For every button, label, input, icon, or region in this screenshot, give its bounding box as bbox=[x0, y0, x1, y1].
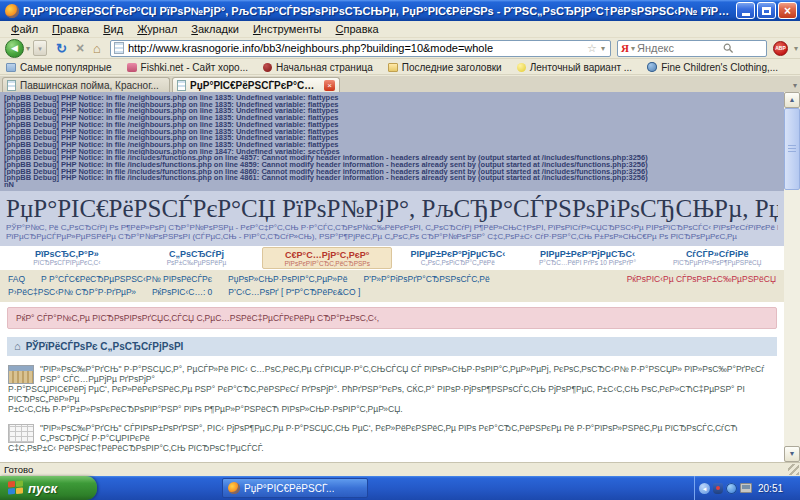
close-button[interactable]: × bbox=[778, 2, 797, 19]
menu-item[interactable]: Файл bbox=[4, 22, 45, 36]
search-input[interactable] bbox=[637, 42, 723, 54]
bookmark-label: Самые популярные bbox=[20, 62, 112, 73]
bookmark-label: Последние заголовки bbox=[402, 62, 502, 73]
forum-menu-link[interactable]: Р›РёС‡РЅС‹Р№ СЂР°Р·РґРµР» bbox=[8, 287, 136, 297]
maximize-button[interactable] bbox=[757, 2, 776, 19]
menu-item[interactable]: Журнал bbox=[130, 22, 184, 36]
forum-menu-link[interactable]: РџРѕР»СЊР·РѕРІР°С‚РµР»Рё bbox=[228, 274, 347, 284]
page-header: РџР°РІС€РёРЅСЃРєР°СЏ РїРѕР№РјР°, РљСЂР°С… bbox=[0, 191, 784, 246]
folder-icon bbox=[388, 63, 398, 72]
tab-label: РџР°РІС€РёРЅСЃРєР°СЏ РїРѕР№РјР° ... bbox=[190, 80, 321, 91]
back-button[interactable]: ◀ bbox=[5, 39, 24, 58]
thumb-grip bbox=[788, 145, 796, 146]
url-dropdown-icon[interactable]: ▾ bbox=[601, 44, 605, 53]
home-icon: ⌂ bbox=[14, 341, 21, 351]
site-nav-tab-title: РїРѕСЂС‚Р°Р» bbox=[3, 249, 131, 259]
menu-item[interactable]: Закладки bbox=[184, 22, 246, 36]
tab-list-caret-icon[interactable]: ▾ bbox=[793, 81, 797, 90]
site-nav-tab-title: РІРµР±РєР°РјРµСЂС‹ bbox=[394, 249, 522, 259]
bookmark-star-icon[interactable]: ☆ bbox=[587, 42, 597, 55]
network-tray-icon[interactable] bbox=[726, 483, 737, 494]
firefox-icon bbox=[5, 4, 19, 18]
menu-item[interactable]: Справка bbox=[329, 22, 386, 36]
site-nav-tab-title: С€Р°С…РјР°С‚РєР° bbox=[263, 250, 391, 260]
scroll-up-button[interactable]: ▲ bbox=[784, 92, 800, 108]
menu-item[interactable]: Инструменты bbox=[246, 22, 329, 36]
magnifier-icon[interactable] bbox=[723, 43, 734, 54]
start-label: пуск bbox=[28, 481, 57, 496]
debug-line: nN bbox=[4, 182, 780, 189]
yandex-icon[interactable]: Я bbox=[621, 42, 629, 54]
debug-line: [phpBB Debug] PHP Notice: in file /neigh… bbox=[4, 95, 780, 102]
site-nav-tab-subtitle: Р°СЂС…РёРІ РґРѕ 10 РіРѕРґР° bbox=[524, 259, 652, 267]
site-nav-tab[interactable]: РІРµР±РєР°РјРµСЂС‹Р°СЂС…РёРІ РґРѕ 10 РіР… bbox=[524, 247, 652, 269]
site-nav-tab-subtitle: РѕР±С‰РµРЅРёРµ bbox=[133, 259, 261, 267]
forum-menu-link[interactable]: РќРѕРІС‹С…: 0 bbox=[152, 287, 212, 297]
search-engine-caret-icon[interactable]: ▾ bbox=[631, 44, 635, 53]
bookmark-item[interactable]: Fishki.net - Сайт хоро... bbox=[127, 62, 248, 73]
site-nav-tab[interactable]: С€Р°С…РјР°С‚РєР°РїРѕРєРІР°СЂС‚РёСЂРЅРѕ bbox=[262, 247, 392, 269]
back-history-caret-icon[interactable]: ▾ bbox=[26, 44, 30, 53]
forum-menu-link[interactable]: Р’Р»Р°РіРѕРґР°СЂРЅРѕСЃС‚Рё bbox=[363, 274, 489, 284]
site-nav-tab[interactable]: СѓСЃР»СѓРіРёРїСЂРµРґР»РѕР¶РµРЅРёСЏ bbox=[653, 247, 781, 269]
forum-menu-link[interactable]: Р Р°СЃС€РёСЂРµРЅРЅС‹Р№ РїРѕРёСЃРє bbox=[41, 274, 212, 284]
antivirus-tray-icon[interactable] bbox=[713, 483, 723, 494]
start-button[interactable]: пуск bbox=[0, 476, 97, 500]
site-nav-tab-title: СѓСЃР»СѓРіРё bbox=[653, 249, 781, 259]
bookmark-label: Начальная страница bbox=[276, 62, 373, 73]
new-messages-link[interactable]: РќРѕРІС‹Рµ СЃРѕРѕР±С‰РµРЅРёСЏ bbox=[627, 274, 776, 284]
bookmarks-bar: Самые популярныеFishki.net - Сайт хоро..… bbox=[0, 60, 800, 75]
hide-icons-chevron[interactable]: ◂ bbox=[699, 483, 710, 494]
browser-tab[interactable]: РџР°РІС€РёРЅСЃРєР°СЏ РїРѕР№РјР° ...× bbox=[172, 77, 340, 92]
debug-line: [phpBB Debug] PHP Notice: in file /neigh… bbox=[4, 102, 780, 109]
bookmark-item[interactable]: Самые популярные bbox=[6, 62, 112, 73]
windows-logo-icon bbox=[8, 480, 23, 495]
stop-button[interactable]: × bbox=[76, 41, 84, 55]
site-nav-tab[interactable]: С„РѕСЂСѓРјРѕР±С‰РµРЅРёРµ bbox=[133, 247, 261, 269]
home-button[interactable]: ⌂ bbox=[93, 42, 101, 55]
bookmark-label: Fishki.net - Сайт хоро... bbox=[141, 62, 248, 73]
phpbb-debug-block: [phpBB Debug] PHP Notice: in file /neigh… bbox=[0, 92, 784, 191]
scrollbar-thumb[interactable] bbox=[784, 108, 800, 190]
forum-index-link[interactable]: РЎРїРёСЃРѕРє С„РѕСЂСѓРјРѕРІ bbox=[26, 341, 184, 352]
url-input[interactable] bbox=[128, 42, 585, 54]
refresh-button[interactable]: ↻ bbox=[56, 42, 67, 55]
search-box[interactable]: Я ▾ bbox=[617, 40, 767, 57]
debug-line: [phpBB Debug] PHP Notice: in file /neigh… bbox=[4, 115, 780, 122]
debug-line: [phpBB Debug] PHP Notice: in file /inclu… bbox=[4, 169, 780, 176]
menu-bar: ФайлПравкаВидЖурналЗакладкиИнструментыСп… bbox=[0, 21, 800, 38]
browser-window: РџР°РІС€РёРЅСЃРєР°СЏ РїРѕР№РјР°, РљСЂР°С… bbox=[0, 0, 800, 500]
toolbar-overflow-caret-icon[interactable]: ▾ bbox=[794, 44, 798, 53]
bookmark-item[interactable]: Ленточный вариант ... bbox=[517, 62, 632, 73]
bookmark-item[interactable]: Начальная страница bbox=[263, 62, 373, 73]
site-nav-tab[interactable]: РїРѕСЂС‚Р°Р»РїСЂРѕСЃРїРµРєС‚С‹ bbox=[3, 247, 131, 269]
site-nav-tab[interactable]: РІРµР±РєР°РјРµСЂС‹С„РѕС‚РѕРіСЂР°С„РёРё bbox=[394, 247, 522, 269]
menu-item[interactable]: Вид bbox=[96, 22, 130, 36]
forum-menu-link[interactable]: FAQ bbox=[8, 274, 25, 284]
minimize-button[interactable] bbox=[736, 2, 755, 19]
display-tray-icon[interactable] bbox=[740, 483, 752, 493]
minimize-icon bbox=[742, 13, 750, 16]
browser-tab[interactable]: Павшинская пойма, Красног... bbox=[2, 77, 170, 92]
legend-paragraphs: "РїР»РѕС‰Р°РґСЊ" Р·Р°РЅСЏС‚Р°, РµСЃР»Рё … bbox=[0, 356, 784, 462]
vertical-scrollbar[interactable]: ▲ ▼ bbox=[784, 92, 800, 462]
adblock-icon[interactable]: ABP bbox=[773, 41, 788, 56]
page-icon bbox=[114, 42, 124, 54]
debug-line: [phpBB Debug] PHP Notice: in file /inclu… bbox=[4, 175, 780, 182]
scroll-down-button[interactable]: ▼ bbox=[784, 446, 800, 462]
page-viewport: [phpBB Debug] PHP Notice: in file /neigh… bbox=[0, 92, 784, 462]
address-bar[interactable]: ☆ ▾ bbox=[110, 40, 611, 57]
legend-paragraph: "РїР»РѕС‰Р°РґСЊ" СЃРІРѕР±РѕРґРЅР°, РІС‹ … bbox=[8, 423, 776, 453]
globe-icon bbox=[647, 62, 657, 72]
bookmark-item[interactable]: Последние заголовки bbox=[388, 62, 502, 73]
forum-menu-link[interactable]: Р’С‹С…РѕРґ [ Р“Р°СЂРёРє&CO ] bbox=[228, 287, 360, 297]
site-heading: РџР°РІС€РёРЅСЃРєР°СЏ РїРѕР№РјР°, РљСЂР°С… bbox=[6, 194, 778, 223]
resize-grip[interactable] bbox=[788, 464, 799, 475]
forward-button[interactable]: ▾ bbox=[33, 40, 47, 56]
window-controls: × bbox=[736, 2, 797, 19]
taskbar-task-button[interactable]: РџР°РІС€РёРЅСЃ... bbox=[222, 478, 368, 498]
forum-index-bar[interactable]: ⌂ РЎРїРёСЃРѕРє С„РѕСЂСѓРјРѕРІ bbox=[7, 337, 777, 356]
bookmark-item[interactable]: Fine Children's Clothing,... bbox=[647, 62, 778, 73]
menu-item[interactable]: Правка bbox=[45, 22, 96, 36]
tab-close-icon[interactable]: × bbox=[324, 80, 335, 91]
